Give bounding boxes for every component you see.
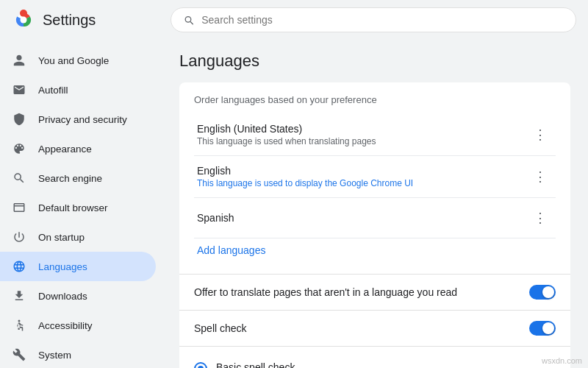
sidebar-item-accessibility[interactable]: Accessibility: [0, 311, 156, 340]
sidebar-item-search-engine[interactable]: Search engine: [0, 163, 156, 193]
basic-spell-check-radio[interactable]: [194, 362, 207, 368]
add-languages-button[interactable]: Add languages: [194, 238, 268, 262]
search-bar: [171, 7, 576, 32]
sidebar-label-default-browser: Default browser: [38, 202, 108, 213]
spell-check-section: Basic spell check Enhanced spell check U…: [179, 347, 570, 368]
sidebar-item-autofill[interactable]: Autofill: [0, 75, 156, 105]
language-info-english-us: English (United States) This language is…: [197, 123, 376, 146]
language-name-english: English: [197, 165, 413, 177]
autofill-icon: [12, 82, 26, 97]
language-desc-english: This language is used to display the Goo…: [197, 178, 413, 188]
spell-check-row: Spell check: [179, 311, 570, 347]
sidebar-item-system[interactable]: System: [0, 340, 156, 368]
language-desc-english-us: This language is used when translating p…: [197, 136, 376, 146]
svg-point-2: [21, 17, 27, 24]
svg-point-1: [20, 10, 27, 17]
person-icon: [12, 53, 26, 68]
language-row-spanish: Spanish ⋮: [194, 198, 556, 238]
language-name-spanish: Spanish: [197, 212, 234, 224]
search-icon: [183, 14, 194, 26]
search-engine-icon: [12, 171, 26, 185]
sidebar-label-accessibility: Accessibility: [38, 320, 93, 331]
watermark: wsxdn.com: [542, 356, 582, 365]
language-menu-english[interactable]: ⋮: [528, 166, 553, 188]
sidebar-item-default-browser[interactable]: Default browser: [0, 193, 156, 222]
languages-card: Order languages based on your preference…: [179, 82, 570, 368]
language-menu-english-us[interactable]: ⋮: [528, 124, 553, 146]
main-layout: You and Google Autofill Privacy and secu…: [0, 40, 588, 368]
logo-area: Settings: [12, 8, 159, 32]
search-input[interactable]: [201, 14, 564, 26]
language-info-english: English This language is used to display…: [197, 165, 413, 188]
sidebar-label-privacy-security: Privacy and security: [38, 114, 127, 125]
top-bar: Settings: [0, 0, 588, 40]
content-title: Languages: [179, 52, 570, 71]
content-area: Languages Order languages based on your …: [162, 40, 588, 368]
search-wrapper: [171, 7, 576, 32]
offer-translate-row: Offer to translate pages that aren't in …: [179, 275, 570, 311]
system-icon: [12, 347, 26, 362]
power-icon: [12, 230, 26, 244]
download-icon: [12, 289, 26, 303]
sidebar-item-languages[interactable]: Languages: [0, 252, 156, 281]
appearance-icon: [12, 141, 26, 156]
svg-point-4: [18, 320, 21, 322]
page-title: Settings: [43, 12, 96, 29]
offer-translate-toggle[interactable]: [529, 285, 556, 300]
basic-spell-check-label: Basic spell check: [216, 361, 295, 368]
sidebar-item-you-and-google[interactable]: You and Google: [0, 46, 156, 75]
languages-order-section: Order languages based on your preference…: [179, 82, 570, 275]
language-info-spanish: Spanish: [197, 212, 234, 224]
language-row-english: English This language is used to display…: [194, 156, 556, 198]
spell-check-toggle[interactable]: [529, 321, 556, 336]
sidebar-label-on-startup: On startup: [38, 232, 85, 243]
sidebar-label-downloads: Downloads: [38, 291, 87, 302]
shield-icon: [12, 112, 26, 127]
sidebar-item-on-startup[interactable]: On startup: [0, 222, 156, 252]
language-name-english-us: English (United States): [197, 123, 376, 135]
sidebar-item-privacy-security[interactable]: Privacy and security: [0, 105, 156, 134]
sidebar-label-you-and-google: You and Google: [38, 55, 109, 66]
basic-spell-check-row: Basic spell check: [194, 355, 556, 368]
globe-icon: [12, 259, 26, 274]
sidebar-item-downloads[interactable]: Downloads: [0, 281, 156, 311]
language-menu-spanish[interactable]: ⋮: [528, 207, 553, 229]
sidebar-label-search-engine: Search engine: [38, 173, 102, 184]
accessibility-icon: [12, 318, 26, 333]
chrome-logo-icon: [12, 8, 35, 32]
sidebar-label-autofill: Autofill: [38, 85, 68, 96]
browser-icon: [12, 200, 26, 215]
sidebar-label-system: System: [38, 350, 71, 361]
sidebar-label-appearance: Appearance: [38, 144, 92, 155]
sidebar: You and Google Autofill Privacy and secu…: [0, 40, 162, 368]
sidebar-item-appearance[interactable]: Appearance: [0, 134, 156, 163]
sidebar-label-languages: Languages: [38, 261, 87, 272]
offer-translate-label: Offer to translate pages that aren't in …: [194, 286, 457, 298]
language-row-english-us: English (United States) This language is…: [194, 114, 556, 156]
basic-spell-check-info: Basic spell check: [216, 361, 295, 368]
order-label: Order languages based on your preference: [194, 94, 556, 105]
spell-check-label: Spell check: [194, 322, 247, 334]
